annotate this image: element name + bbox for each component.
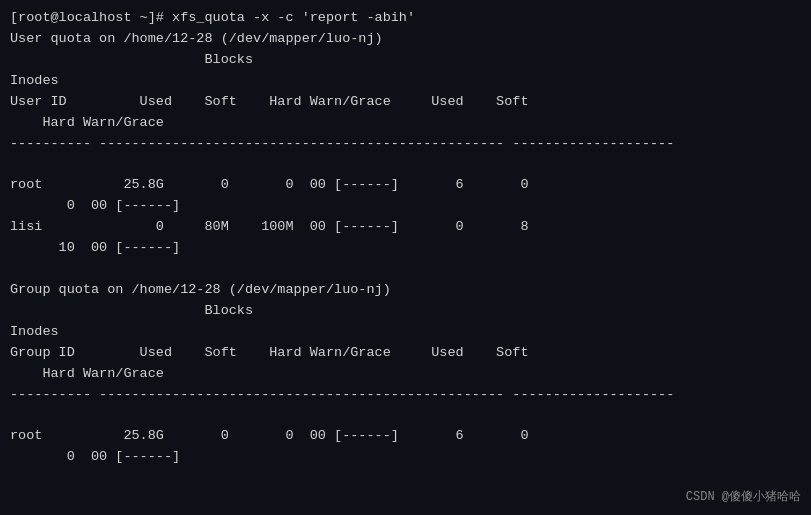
watermark: CSDN @傻傻小猪哈哈 bbox=[686, 488, 801, 507]
terminal-content: [root@localhost ~]# xfs_quota -x -c 'rep… bbox=[10, 8, 801, 468]
terminal-window: [root@localhost ~]# xfs_quota -x -c 'rep… bbox=[0, 0, 811, 515]
